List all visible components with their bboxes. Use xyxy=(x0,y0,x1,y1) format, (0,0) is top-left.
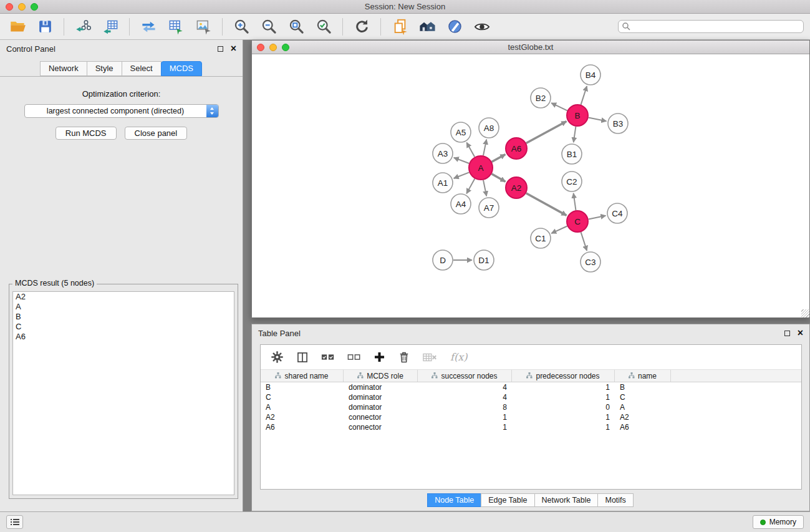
table-cell[interactable]: A xyxy=(261,403,344,412)
deselect-all-button[interactable] xyxy=(347,352,361,363)
table-cell[interactable]: A6 xyxy=(261,423,344,432)
task-history-button[interactable] xyxy=(6,515,23,529)
table-row[interactable]: A2connector11A2 xyxy=(261,412,801,422)
column-header-name[interactable]: name xyxy=(615,370,671,382)
column-header-shared-name[interactable]: shared name xyxy=(261,370,344,382)
home-button[interactable] xyxy=(416,17,438,37)
table-row[interactable]: A6connector11A6 xyxy=(261,422,801,432)
table-cell[interactable]: B xyxy=(615,383,671,392)
graph-edge-B-B4[interactable] xyxy=(581,86,587,105)
table-cell[interactable]: 1 xyxy=(512,423,615,432)
graph-edge-A-A8[interactable] xyxy=(483,140,486,156)
export-image-button[interactable] xyxy=(192,17,215,37)
tab-network-table[interactable]: Network Table xyxy=(534,493,599,507)
table-cell[interactable]: A2 xyxy=(261,413,344,422)
table-cell[interactable]: 1 xyxy=(418,423,512,432)
close-window-button[interactable] xyxy=(6,3,13,11)
table-cell[interactable]: 1 xyxy=(418,413,512,422)
graph-node-C3[interactable]: C3 xyxy=(581,252,600,272)
graph-node-A5[interactable]: A5 xyxy=(451,122,471,142)
graph-node-C1[interactable]: C1 xyxy=(531,228,551,248)
delete-column-button[interactable] xyxy=(423,352,438,363)
tab-select[interactable]: Select xyxy=(122,61,162,76)
import-network-button[interactable] xyxy=(72,17,94,37)
table-cell[interactable]: connector xyxy=(344,423,418,432)
mcds-result-item[interactable]: A xyxy=(13,302,234,312)
table-cell[interactable]: B xyxy=(261,383,344,392)
table-row[interactable]: Cdominator41C xyxy=(261,392,801,402)
export-network-button[interactable] xyxy=(137,17,160,37)
graph-node-B[interactable]: B xyxy=(567,105,588,126)
graph-node-B1[interactable]: B1 xyxy=(562,144,582,164)
delete-row-button[interactable] xyxy=(398,351,410,364)
graph-edge-A6-B[interactable] xyxy=(526,122,567,143)
network-close-button[interactable] xyxy=(257,44,264,51)
network-zoom-button[interactable] xyxy=(282,44,289,51)
export-table-button[interactable] xyxy=(165,17,187,37)
duplicate-network-button[interactable] xyxy=(388,17,411,37)
mcds-result-item[interactable]: C xyxy=(13,322,234,332)
mcds-result-item[interactable]: A6 xyxy=(13,332,234,342)
float-panel-icon[interactable] xyxy=(784,331,790,336)
table-cell[interactable]: dominator xyxy=(344,393,418,402)
zoom-out-button[interactable] xyxy=(258,17,280,37)
graph-node-C[interactable]: C xyxy=(567,211,588,232)
graph-edge-C-C3[interactable] xyxy=(581,232,587,251)
run-mcds-button[interactable]: Run MCDS xyxy=(55,127,117,140)
tab-edge-table[interactable]: Edge Table xyxy=(481,493,534,507)
network-minimize-button[interactable] xyxy=(269,44,277,51)
criterion-dropdown[interactable]: largest connected component (directed) xyxy=(24,104,219,118)
network-canvas[interactable]: AA6A2BCA5A8A3A1A4A7B4B2B3B1C2C4C1C3DD1 xyxy=(252,54,809,317)
graph-node-A6[interactable]: A6 xyxy=(506,138,527,159)
table-settings-button[interactable] xyxy=(271,351,284,364)
graph-node-A7[interactable]: A7 xyxy=(479,198,499,218)
graph-edge-A2-C[interactable] xyxy=(526,193,567,216)
graph-node-A[interactable]: A xyxy=(469,156,493,180)
graph-node-A4[interactable]: A4 xyxy=(451,194,471,214)
tab-node-table[interactable]: Node Table xyxy=(427,493,481,507)
memory-button[interactable]: Memory xyxy=(753,515,804,529)
table-cell[interactable]: 4 xyxy=(418,383,512,392)
mcds-result-item[interactable]: B xyxy=(13,312,234,322)
minimize-window-button[interactable] xyxy=(18,3,26,11)
table-cell[interactable]: C xyxy=(615,393,671,402)
style-brush-button[interactable] xyxy=(443,17,466,37)
table-cell[interactable]: A xyxy=(615,403,671,412)
graph-node-C2[interactable]: C2 xyxy=(562,172,582,191)
table-cell[interactable]: 1 xyxy=(512,413,615,422)
graph-node-D1[interactable]: D1 xyxy=(474,250,494,270)
import-table-button[interactable] xyxy=(99,17,122,37)
zoom-window-button[interactable] xyxy=(31,3,38,11)
graph-node-B4[interactable]: B4 xyxy=(581,65,600,85)
graph-node-B3[interactable]: B3 xyxy=(608,114,628,133)
graph-edge-C-C4[interactable] xyxy=(589,216,606,220)
table-cell[interactable]: 0 xyxy=(512,403,615,412)
add-row-button[interactable] xyxy=(374,351,385,363)
graph-edge-C-C1[interactable] xyxy=(551,226,567,233)
graph-edge-A-A2[interactable] xyxy=(491,174,505,181)
column-header-predecessor-nodes[interactable]: predecessor nodes xyxy=(512,370,615,382)
graph-node-B2[interactable]: B2 xyxy=(531,88,551,108)
close-panel-icon[interactable]: × xyxy=(798,329,803,337)
table-cell[interactable]: dominator xyxy=(344,403,418,412)
graph-edge-A-A6[interactable] xyxy=(492,155,506,162)
open-session-button[interactable] xyxy=(6,17,29,37)
table-cell[interactable]: A6 xyxy=(615,423,671,432)
tab-network[interactable]: Network xyxy=(40,61,87,76)
table-row[interactable]: Bdominator41B xyxy=(261,382,801,392)
tab-motifs[interactable]: Motifs xyxy=(597,493,633,507)
search-input[interactable] xyxy=(618,20,804,33)
close-panel-icon[interactable]: × xyxy=(231,45,236,52)
close-panel-button[interactable]: Close panel xyxy=(125,127,188,140)
graph-edge-C-C2[interactable] xyxy=(574,193,576,210)
graph-node-A1[interactable]: A1 xyxy=(433,173,453,193)
graph-edge-B-B2[interactable] xyxy=(551,103,567,110)
graph-edge-A-A7[interactable] xyxy=(483,180,486,196)
mcds-result-item[interactable]: A2 xyxy=(13,292,234,302)
apply-layout-button[interactable] xyxy=(350,17,373,37)
table-cell[interactable]: connector xyxy=(344,413,418,422)
graph-edge-A-A1[interactable] xyxy=(454,172,470,178)
graph-edge-A-A4[interactable] xyxy=(466,179,475,194)
zoom-fit-button[interactable] xyxy=(285,17,307,37)
float-panel-icon[interactable] xyxy=(218,46,223,52)
